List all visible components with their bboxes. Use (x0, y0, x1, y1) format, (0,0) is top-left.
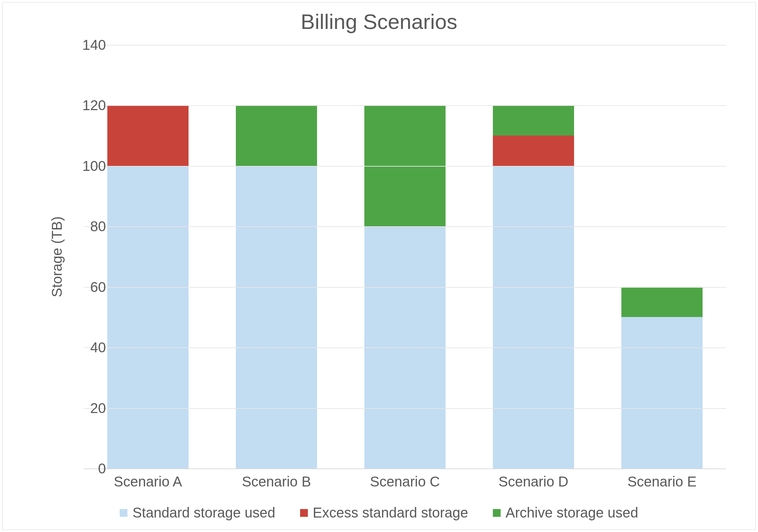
gridline (84, 468, 726, 469)
bars-layer (84, 45, 726, 468)
chart-frame: Billing Scenarios Storage (TB) Standard … (2, 2, 756, 530)
bar-segment (493, 166, 574, 468)
legend-item: Archive storage used (493, 505, 638, 521)
gridline (84, 408, 726, 409)
bar-segment (621, 317, 703, 468)
bar-segment (107, 105, 189, 166)
x-tick-label: Scenario C (341, 474, 469, 490)
bar-segment (236, 166, 317, 468)
gridline (84, 226, 726, 227)
y-tick-label: 20 (64, 400, 106, 416)
legend: Standard storage usedExcess standard sto… (2, 505, 756, 521)
legend-label: Archive storage used (506, 505, 638, 521)
legend-label: Excess standard storage (313, 505, 468, 521)
x-tick-label: Scenario A (84, 474, 212, 490)
y-axis-title-text: Storage (TB) (49, 216, 65, 297)
bar-segment (493, 105, 574, 136)
bar-segment (621, 287, 703, 317)
gridline (84, 45, 726, 46)
y-tick-label: 120 (64, 97, 106, 113)
legend-swatch (493, 509, 501, 517)
bar-segment (236, 105, 317, 166)
legend-swatch (120, 509, 127, 517)
x-tick-label: Scenario E (598, 474, 726, 490)
y-tick-label: 80 (64, 219, 106, 234)
gridline (84, 166, 726, 167)
y-tick-label: 140 (64, 37, 106, 53)
y-tick-label: 100 (64, 158, 106, 174)
legend-swatch (300, 509, 308, 517)
x-tick-label: Scenario D (469, 474, 598, 490)
y-tick-label: 40 (64, 340, 106, 355)
bar-segment (493, 136, 574, 166)
gridline (84, 347, 726, 348)
legend-item: Excess standard storage (300, 505, 468, 521)
legend-item: Standard storage used (120, 505, 275, 521)
gridline (84, 287, 726, 288)
legend-label: Standard storage used (132, 505, 275, 521)
gridline (84, 105, 726, 106)
chart-title: Billing Scenarios (2, 10, 756, 34)
y-tick-label: 60 (64, 279, 106, 295)
x-tick-label: Scenario B (212, 474, 341, 490)
bar-segment (107, 166, 189, 468)
plot-area (84, 45, 726, 468)
